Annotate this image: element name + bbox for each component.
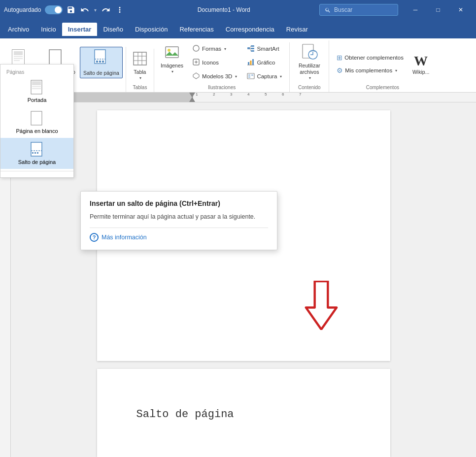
smartart-button[interactable]: SmartArt: [242, 42, 286, 55]
ribbon-group-ilustraciones: Imágenes ▾ Formas ▾ Iconos: [154, 42, 290, 92]
grafico-label: Gráfico: [257, 60, 275, 65]
undo-icon[interactable]: [80, 5, 89, 14]
redo-icon[interactable]: [102, 5, 110, 14]
menu-revisar[interactable]: Revisar: [280, 23, 314, 36]
svg-rect-10: [99, 61, 101, 63]
paginas-dropdown-header: Páginas: [0, 68, 73, 76]
wikipedia-button[interactable]: W Wikip...: [409, 52, 433, 77]
search-box[interactable]: [319, 4, 398, 16]
tabla-icon: [133, 51, 147, 68]
svg-rect-26: [251, 50, 254, 52]
grafico-button[interactable]: Gráfico: [242, 56, 286, 69]
contenido-group-label: Contenido: [298, 83, 321, 90]
ruler-mark-7: 7: [299, 93, 301, 97]
svg-marker-50: [306, 281, 336, 329]
svg-rect-23: [247, 47, 250, 49]
menu-archivo[interactable]: Archivo: [2, 23, 35, 36]
formas-button[interactable]: Formas ▾: [188, 42, 241, 55]
svg-rect-48: [34, 152, 36, 154]
tooltip-link[interactable]: ? Más información: [90, 233, 268, 242]
undo-dropdown[interactable]: ▾: [94, 7, 97, 13]
ruler-mark-1: 1: [196, 93, 198, 97]
svg-rect-31: [250, 61, 252, 65]
menu-correspondencia[interactable]: Correspondencia: [220, 23, 280, 36]
svg-rect-17: [166, 47, 178, 58]
ilustraciones-col3: SmartArt Gráfico: [242, 42, 286, 83]
svg-rect-24: [251, 45, 254, 47]
tablas-group-label: Tablas: [133, 83, 147, 90]
maximize-button[interactable]: □: [427, 0, 449, 20]
menu-inicio[interactable]: Inicio: [35, 23, 62, 36]
iconos-icon: [192, 58, 200, 67]
ruler-mark-2: 2: [213, 93, 215, 97]
complementos-group-label: Complementos: [366, 83, 399, 90]
formas-dropdown: ▾: [224, 47, 226, 51]
captura-button[interactable]: Captura ▾: [242, 70, 286, 83]
salto-pagina-button[interactable]: Salto de página: [80, 47, 123, 78]
page-2[interactable]: Salto de página: [97, 369, 390, 457]
document-title: Documento1 - Word: [132, 6, 315, 13]
modelos3d-icon: [192, 72, 200, 81]
svg-rect-35: [248, 74, 250, 76]
mis-complementos-button[interactable]: ⚙ Mis complementos ▾: [332, 65, 408, 76]
menu-referencias[interactable]: Referencias: [173, 23, 219, 36]
ruler-mark-5: 5: [265, 93, 267, 97]
obtener-complementos-label: Obtener complementos: [344, 55, 404, 61]
tooltip-panel: Insertar un salto de página (Ctrl+Entrar…: [80, 191, 277, 250]
ribbon-group-tablas: Tabla ▾ Tablas: [126, 49, 154, 92]
portada-dropdown-item[interactable]: Portada: [0, 76, 73, 107]
minimize-button[interactable]: ─: [404, 0, 427, 20]
paginablanco-dropdown-item[interactable]: Página en blanco: [0, 107, 73, 138]
svg-rect-41: [32, 81, 41, 85]
obtener-complementos-icon: ⊞: [337, 54, 342, 62]
svg-rect-47: [32, 152, 34, 154]
svg-rect-44: [31, 111, 42, 125]
mis-complementos-icon: ⚙: [337, 66, 343, 74]
modelos3d-label: Modelos 3D: [202, 73, 232, 79]
close-button[interactable]: ✕: [449, 0, 472, 20]
autosave-label: Autoguardado: [4, 6, 41, 13]
modelos3d-button[interactable]: Modelos 3D ▾: [188, 70, 241, 83]
menu-insertar[interactable]: Insertar: [62, 23, 98, 36]
ruler-mark-3: 3: [230, 93, 232, 97]
tabla-label: Tabla: [134, 69, 146, 75]
formas-label: Formas: [202, 46, 221, 52]
save-icon[interactable]: [67, 5, 75, 14]
smartart-label: SmartArt: [257, 46, 279, 52]
menu-disposicion[interactable]: Disposición: [129, 23, 173, 36]
search-icon: [325, 7, 331, 13]
saltopagina-dropdown-label: Salto de página: [18, 159, 56, 165]
svg-point-18: [168, 49, 170, 52]
menubar: Archivo Inicio Insertar Diseño Disposici…: [0, 20, 476, 38]
autosave-toggle[interactable]: [45, 5, 63, 14]
imagenes-dropdown: ▾: [171, 69, 173, 74]
tooltip-title: Insertar un salto de página (Ctrl+Entrar…: [90, 199, 268, 207]
paginas-dropdown-divider: [0, 171, 73, 171]
svg-marker-19: [166, 52, 178, 56]
ruler-handle-bottom: [189, 97, 195, 102]
obtener-complementos-button[interactable]: ⊞ Obtener complementos: [332, 52, 408, 64]
tabla-button[interactable]: Tabla ▾: [129, 49, 151, 83]
document-scroll[interactable]: Salto de página: [11, 102, 476, 457]
more-icon[interactable]: [115, 5, 124, 14]
wikipedia-icon: W: [414, 54, 428, 68]
down-arrow-graphic: [302, 281, 341, 331]
imagenes-button[interactable]: Imágenes ▾: [157, 42, 187, 76]
captura-dropdown: ▾: [280, 74, 282, 79]
svg-rect-6: [49, 50, 61, 65]
menu-diseno[interactable]: Diseño: [97, 23, 129, 36]
horizontal-ruler: 1 2 3 4 5 6 7: [11, 93, 476, 102]
portada-dropdown-label: Portada: [28, 97, 47, 103]
iconos-button[interactable]: Iconos: [188, 56, 241, 69]
reutilizar-button[interactable]: Reutilizararchivos ▾: [295, 40, 324, 83]
svg-rect-30: [248, 62, 249, 65]
search-input[interactable]: [334, 6, 388, 13]
contenido-items: Reutilizararchivos ▾: [295, 40, 324, 83]
saltopagina-dropdown-icon: [30, 142, 44, 158]
reutilizar-dropdown: ▾: [309, 76, 311, 80]
smartart-icon: [247, 44, 255, 53]
page2-text: Salto de página: [117, 389, 371, 440]
svg-rect-45: [31, 142, 42, 156]
saltopagina-dropdown-item[interactable]: Salto de página: [0, 138, 73, 169]
mis-complementos-dropdown: ▾: [395, 68, 397, 73]
